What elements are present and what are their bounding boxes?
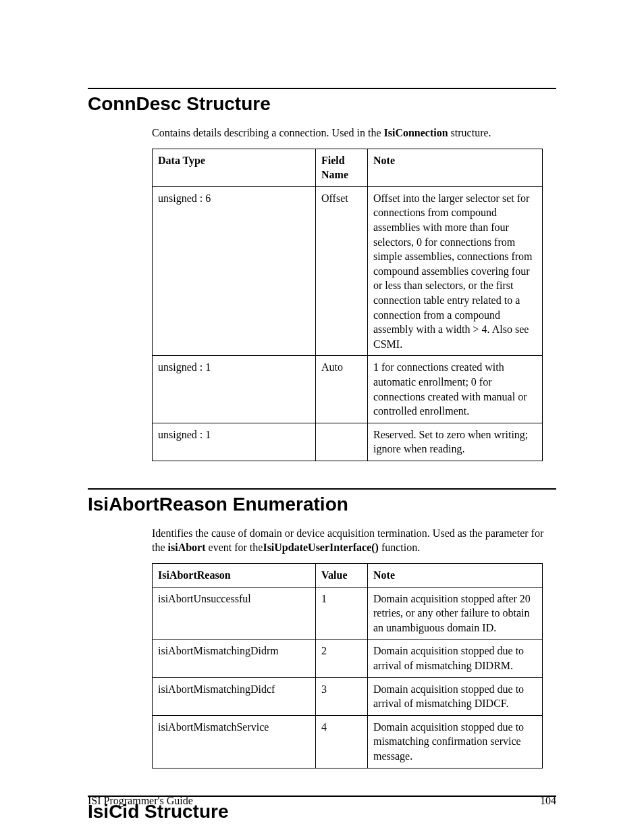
cell: Domain acquisition stopped due to arriva…: [368, 677, 543, 715]
table-row: isiAbortMismatchService 4 Domain acquisi…: [153, 715, 543, 768]
intro-text: event for the: [206, 542, 263, 553]
cell: 1 for connections created with automatic…: [368, 356, 543, 423]
section-conndesc: ConnDesc Structure Contains details desc…: [88, 88, 556, 461]
cell: 1: [316, 587, 368, 640]
footer-left: ISI Programmer's Guide: [88, 795, 193, 807]
th-note: Note: [368, 564, 543, 588]
section-isiabortreason: IsiAbortReason Enumeration Identifies th…: [88, 488, 556, 768]
intro-text: function.: [379, 542, 420, 553]
cell: Auto: [316, 356, 368, 423]
intro-isiabortreason: Identifies the cause of domain or device…: [152, 526, 556, 555]
table-header-row: Data Type Field Name Note: [153, 149, 543, 186]
footer-right: 104: [540, 795, 556, 807]
cell: Offset into the larger selector set for …: [368, 186, 543, 356]
cell: isiAbortMismatchService: [153, 715, 316, 768]
table-isiabortreason: IsiAbortReason Value Note isiAbortUnsucc…: [152, 563, 543, 768]
heading-conndesc: ConnDesc Structure: [88, 93, 556, 115]
section-rule: [88, 88, 556, 89]
th-reason: IsiAbortReason: [153, 564, 316, 588]
cell: Offset: [316, 186, 368, 356]
table-row: isiAbortMismatchingDidrm 2 Domain acquis…: [153, 640, 543, 677]
cell: unsigned : 6: [153, 186, 316, 356]
cell: Domain acquisition stopped after 20 retr…: [368, 587, 543, 640]
page-footer: ISI Programmer's Guide 104: [88, 795, 556, 807]
intro-bold: IsiConnection: [383, 127, 448, 138]
intro-text: Contains details describing a connection…: [152, 127, 383, 138]
intro-conndesc: Contains details describing a connection…: [152, 126, 556, 140]
cell: Domain acquisition stopped due to arriva…: [368, 640, 543, 677]
cell: 4: [316, 715, 368, 768]
table-row: unsigned : 1 Auto 1 for connections crea…: [153, 356, 543, 423]
table-header-row: IsiAbortReason Value Note: [153, 564, 543, 588]
section-rule: [88, 488, 556, 490]
cell: isiAbortMismatchingDidrm: [153, 640, 316, 677]
intro-text: structure.: [448, 127, 491, 138]
th-fieldname: Field Name: [316, 149, 368, 186]
intro-bold: IsiUpdateUserInterface(): [263, 542, 379, 553]
cell: [316, 423, 368, 461]
page: ConnDesc Structure Contains details desc…: [0, 0, 644, 834]
intro-bold: isiAbort: [168, 542, 206, 553]
th-datatype: Data Type: [153, 149, 316, 186]
table-row: isiAbortMismatchingDidcf 3 Domain acquis…: [153, 677, 543, 715]
table-row: unsigned : 1 Reserved. Set to zero when …: [153, 423, 543, 461]
cell: unsigned : 1: [153, 356, 316, 423]
cell: isiAbortUnsuccessful: [153, 587, 316, 640]
th-value: Value: [316, 564, 368, 588]
table-conndesc: Data Type Field Name Note unsigned : 6 O…: [152, 149, 543, 461]
cell: Domain acquisition stopped due to mismat…: [368, 715, 543, 768]
cell: isiAbortMismatchingDidcf: [153, 677, 316, 715]
th-note: Note: [368, 149, 543, 186]
cell: 3: [316, 677, 368, 715]
table-row: unsigned : 6 Offset Offset into the larg…: [153, 186, 543, 356]
cell: unsigned : 1: [153, 423, 316, 461]
cell: 2: [316, 640, 368, 677]
heading-isiabortreason: IsiAbortReason Enumeration: [88, 494, 556, 515]
cell: Reserved. Set to zero when writing; igno…: [368, 423, 543, 461]
table-row: isiAbortUnsuccessful 1 Domain acquisitio…: [153, 587, 543, 640]
